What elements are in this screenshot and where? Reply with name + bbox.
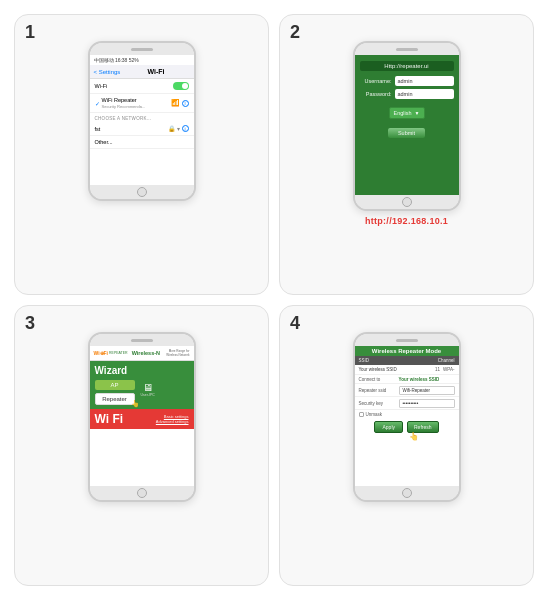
home-button-3[interactable] bbox=[137, 488, 147, 498]
wifi-bars-icon: ▾ bbox=[177, 125, 180, 132]
wizard-bottom: Wi Fi Basic settings Advanced settings bbox=[90, 409, 194, 429]
wireless-security-value: WPA- bbox=[443, 367, 454, 372]
repeater-btn-row: Apply Refresh 👆 bbox=[355, 418, 459, 436]
connected-network-row: ✓ WiFi Repeater Security Recommenda... 📶… bbox=[90, 94, 194, 113]
wizard-subtitle: More Range for Wireless Network bbox=[163, 349, 189, 357]
speaker-4 bbox=[396, 339, 418, 342]
step-3-screen: Wi⊕Fi REPEATER Wireless-N More Range for… bbox=[90, 346, 194, 486]
step-2-number: 2 bbox=[290, 22, 300, 43]
other-label: Other... bbox=[95, 139, 189, 145]
wifi-signal-icon: 📶 bbox=[171, 99, 180, 107]
security-key-row: Security key •••••••••• bbox=[355, 397, 459, 410]
speaker-2 bbox=[396, 48, 418, 51]
home-button-4[interactable] bbox=[402, 488, 412, 498]
col-channel: Channel bbox=[407, 358, 455, 363]
url-bar: Http://repeater.ui bbox=[360, 61, 454, 71]
language-select[interactable]: English ▼ bbox=[389, 107, 425, 119]
checkmark-icon: ✓ bbox=[95, 100, 100, 107]
user-ipc-icon: 🖥 bbox=[143, 382, 153, 393]
step-2-screen: Http://repeater.ui Username: admin Passw… bbox=[355, 55, 459, 195]
wifi-label: Wi-Fi bbox=[95, 83, 173, 89]
instruction-grid: 1 中国移动 16:38 52% < Settings Wi-Fi Wi-Fi bbox=[0, 0, 548, 600]
submit-btn-wrapper: Submit bbox=[387, 124, 426, 139]
wireless-ssid-row: Your wireless SSID 11 WPA- bbox=[355, 365, 459, 375]
back-button[interactable]: < Settings bbox=[94, 69, 121, 75]
username-row: Username: admin bbox=[360, 76, 454, 86]
info-icon-connected[interactable]: i bbox=[182, 100, 189, 107]
step-3-phone: Wi⊕Fi REPEATER Wireless-N More Range for… bbox=[88, 332, 196, 502]
unmask-row: Unmask bbox=[355, 410, 459, 418]
security-key-input[interactable]: •••••••••• bbox=[399, 399, 455, 408]
step-3-number: 3 bbox=[25, 313, 35, 334]
unmask-checkbox[interactable] bbox=[359, 412, 364, 417]
repeater-table-header: SSID Channel bbox=[355, 356, 459, 365]
user-ipc-label: User-IPC bbox=[141, 393, 155, 397]
phone-bottom-4 bbox=[355, 486, 459, 500]
home-button-1[interactable] bbox=[137, 187, 147, 197]
password-input[interactable]: admin bbox=[395, 89, 454, 99]
repeater-ssid-input[interactable]: Wifi-Repeater bbox=[399, 386, 455, 395]
phone-top-4 bbox=[355, 334, 459, 346]
wifi-toggle-row: Wi-Fi bbox=[90, 79, 194, 94]
wifi-nav: < Settings Wi-Fi bbox=[90, 65, 194, 79]
repeater-ssid-label: Repeater ssid bbox=[359, 388, 399, 393]
wizard-title: Wizard bbox=[95, 365, 189, 376]
step-4-screen: Wireless Repeater Mode SSID Channel Your… bbox=[355, 346, 459, 486]
repeater-logo-text: REPEATER bbox=[109, 351, 128, 355]
connect-to-value: Your wireless SSID bbox=[399, 377, 440, 382]
ap-button[interactable]: AP bbox=[95, 380, 135, 390]
wizard-body: Wizard AP Repeater 👆 🖥 bbox=[90, 361, 194, 409]
phone-top-1 bbox=[90, 43, 194, 55]
wifi-logo-icon: Wi⊕Fi bbox=[94, 350, 109, 356]
wizard-bottom-inner: Wi Fi Basic settings Advanced settings bbox=[95, 412, 189, 426]
refresh-btn-wrapper: Refresh 👆 bbox=[407, 421, 439, 433]
wireless-n-text: Wireless-N bbox=[132, 350, 160, 356]
repeater-ssid-row: Repeater ssid Wifi-Repeater bbox=[355, 384, 459, 397]
device-icons: 🖥 User-IPC bbox=[141, 382, 155, 397]
speaker-1 bbox=[131, 48, 153, 51]
step-2-url-label: http://192.168.10.1 bbox=[365, 216, 448, 226]
step-2-cell: 2 Http://repeater.ui Username: admin Pas… bbox=[279, 14, 534, 295]
phone-bottom-3 bbox=[90, 486, 194, 500]
repeater-header: Wireless Repeater Mode bbox=[355, 346, 459, 356]
repeater-button[interactable]: Repeater 👆 bbox=[95, 393, 135, 405]
carrier-text: 中国移动 16:38 52% bbox=[94, 57, 139, 63]
speaker-3 bbox=[131, 339, 153, 342]
cursor-icon: 👆 bbox=[131, 400, 140, 408]
network-fst-row[interactable]: fst 🔒 ▾ i bbox=[90, 122, 194, 136]
lock-icon: 🔒 bbox=[168, 125, 175, 132]
connected-ssid: WiFi Repeater Security Recommenda... bbox=[102, 97, 171, 109]
home-button-2[interactable] bbox=[402, 197, 412, 207]
step-4-number: 4 bbox=[290, 313, 300, 334]
step-1-phone: 中国移动 16:38 52% < Settings Wi-Fi Wi-Fi ✓ … bbox=[88, 41, 196, 201]
nav-title: Wi-Fi bbox=[122, 68, 189, 75]
password-row: Password: admin bbox=[360, 89, 454, 99]
wizard-options: AP Repeater 👆 🖥 User-IPC bbox=[95, 380, 189, 405]
step-1-number: 1 bbox=[25, 22, 35, 43]
phone-top-3 bbox=[90, 334, 194, 346]
security-key-label: Security key bbox=[359, 401, 399, 406]
password-label: Password: bbox=[360, 91, 392, 97]
phone-top-2 bbox=[355, 43, 459, 55]
unmask-label: Unmask bbox=[366, 412, 383, 417]
other-row[interactable]: Other... bbox=[90, 136, 194, 149]
language-select-wrapper: English ▼ bbox=[389, 105, 425, 121]
info-icon-fst[interactable]: i bbox=[182, 125, 189, 132]
statusbar-1: 中国移动 16:38 52% bbox=[90, 55, 194, 65]
username-input[interactable]: admin bbox=[395, 76, 454, 86]
step-4-cell: 4 Wireless Repeater Mode SSID Channel Yo… bbox=[279, 305, 534, 586]
wizard-btn-group: AP Repeater 👆 bbox=[95, 380, 135, 405]
phone-bottom-2 bbox=[355, 195, 459, 209]
apply-button[interactable]: Apply bbox=[374, 421, 403, 433]
wifi-toggle[interactable] bbox=[173, 82, 189, 90]
step-4-phone: Wireless Repeater Mode SSID Channel Your… bbox=[353, 332, 461, 502]
submit-button[interactable]: Submit bbox=[387, 127, 426, 139]
wifi-bottom-logo: Wi Fi bbox=[95, 412, 124, 426]
phone-bottom-1 bbox=[90, 185, 194, 199]
network-fst-label: fst bbox=[95, 126, 168, 132]
step-1-screen: 中国移动 16:38 52% < Settings Wi-Fi Wi-Fi ✓ … bbox=[90, 55, 194, 185]
cursor-icon-4: 👆 bbox=[409, 432, 419, 441]
step-2-phone: Http://repeater.ui Username: admin Passw… bbox=[353, 41, 461, 211]
username-label: Username: bbox=[360, 78, 392, 84]
col-ssid: SSID bbox=[359, 358, 407, 363]
